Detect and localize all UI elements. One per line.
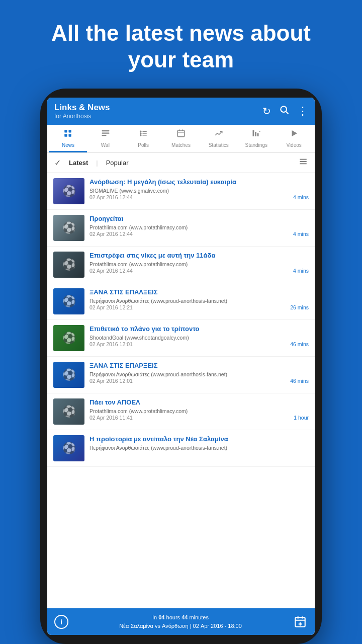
svg-point-9 (140, 131, 141, 132)
phone-screen: Links & News for Anorthosis ↻ ⋮ (47, 98, 315, 635)
svg-line-1 (286, 112, 289, 114)
bottom-match-time-label: In 04 hours 44 minutes (74, 613, 287, 622)
svg-point-0 (281, 106, 287, 112)
svg-marker-23 (292, 130, 297, 136)
news-thumbnail: ⚽ (53, 325, 84, 351)
news-title: Προηγείται (89, 215, 309, 223)
news-title: Επιστρέφει στις νίκες με αυτή την 11άδα (89, 252, 309, 260)
news-date: 02 Apr 2016 12:21 (89, 304, 133, 310)
app-title-block: Links & News for Anorthosis (54, 103, 110, 120)
news-time-ago: 26 mins (290, 304, 309, 310)
news-title: ΞΑΝΑ ΣΤΙΣ ΕΠΑΛΞΕΙΣ (89, 288, 309, 297)
app-subtitle: for Anorthosis (54, 113, 110, 120)
news-title: ΞΑΝΑ ΣΤΙΣ ΕΠΑΡΞΕΙΣ (89, 362, 309, 370)
bottom-match-details: Νέα Σαλαμίνα vs Ανόρθωση | 02 Apr 2016 -… (74, 622, 287, 630)
news-time-ago: 4 mins (293, 194, 309, 200)
calendar-add-icon[interactable] (293, 614, 308, 629)
app-title: Links & News (54, 103, 110, 113)
promo-headline: All the latest news about your team (0, 0, 362, 89)
tab-polls-icon (139, 129, 148, 140)
news-date: 02 Apr 2016 12:44 (89, 231, 133, 237)
news-date: 02 Apr 2016 12:01 (89, 341, 133, 347)
phone-device: Links & News for Anorthosis ↻ ⋮ (40, 89, 322, 644)
news-meta: 02 Apr 2016 12:44 4 mins (89, 231, 309, 237)
news-content: ΞΑΝΑ ΣΤΙΣ ΕΠΑΡΞΕΙΣ Περήφανοι Ανορθωσιάτε… (89, 362, 309, 384)
news-date: 02 Apr 2016 11:41 (89, 415, 133, 421)
bottom-match-info[interactable]: In 04 hours 44 minutes Νέα Σαλαμίνα vs Α… (74, 613, 287, 630)
svg-rect-3 (69, 130, 71, 132)
news-item[interactable]: ⚽ Ανόρθωση: Η μεγάλη (ίσως τελευταία) ευ… (47, 173, 315, 210)
tab-bar: News Wall (47, 125, 315, 153)
news-content: Ανόρθωση: Η μεγάλη (ίσως τελευταία) ευκα… (89, 178, 309, 201)
news-title: Επιθετικό το πλάνο για το τρίποντο (89, 325, 309, 334)
filter-divider: | (96, 159, 98, 167)
news-content: ΞΑΝΑ ΣΤΙΣ ΕΠΑΛΞΕΙΣ Περήφανοι Ανορθωσιάτε… (89, 288, 309, 311)
svg-rect-2 (65, 130, 67, 132)
tab-statistics[interactable]: Statistics (200, 125, 237, 152)
tab-videos[interactable]: Videos (275, 125, 313, 152)
tab-wall-label: Wall (101, 142, 111, 148)
news-source: Περήφανοι Ανορθωσιάτες (www.proud-anorth… (89, 298, 309, 304)
news-source: Περήφανοι Ανορθωσιάτες (www.proud-anorth… (89, 371, 309, 377)
filter-menu-icon[interactable] (299, 157, 308, 169)
tab-wall-icon (101, 129, 110, 140)
app-toolbar: Links & News for Anorthosis ↻ ⋮ (47, 98, 315, 125)
news-item[interactable]: ⚽ Πάει τον ΑΠΟΕΛ Protathlima.com (www.pr… (47, 393, 315, 430)
news-list: ⚽ Ανόρθωση: Η μεγάλη (ίσως τελευταία) ευ… (47, 173, 315, 608)
news-item[interactable]: ⚽ ΞΑΝΑ ΣΤΙΣ ΕΠΑΡΞΕΙΣ Περήφανοι Ανορθωσιά… (47, 357, 315, 393)
news-content: Επιθετικό το πλάνο για το τρίποντο Shoot… (89, 325, 309, 348)
news-item[interactable]: ⚽ ΞΑΝΑ ΣΤΙΣ ΕΠΑΛΞΕΙΣ Περήφανοι Ανορθωσιά… (47, 283, 315, 320)
news-source: Protathlima.com (www.protathlimacy.com) (89, 261, 309, 267)
news-thumbnail: ⚽ (53, 288, 84, 314)
refresh-icon[interactable]: ↻ (262, 105, 271, 117)
news-date: 02 Apr 2016 12:44 (89, 194, 133, 200)
tab-wall[interactable]: Wall (87, 125, 125, 152)
more-icon[interactable]: ⋮ (297, 105, 308, 118)
news-date: 02 Apr 2016 12:01 (89, 378, 133, 384)
news-source: Περήφανοι Ανορθωσιάτες (www.proud-anorth… (89, 445, 309, 451)
filter-latest-button[interactable]: Latest (66, 158, 91, 168)
tab-standings-label: Standings (245, 142, 267, 148)
tab-polls-label: Polls (138, 142, 149, 148)
tab-matches-icon (176, 129, 186, 140)
news-meta: 02 Apr 2016 11:41 1 hour (89, 415, 309, 421)
tab-statistics-label: Statistics (209, 142, 229, 148)
svg-rect-20 (255, 132, 256, 136)
news-date: 02 Apr 2016 12:44 (89, 268, 133, 274)
news-meta: 02 Apr 2016 12:44 4 mins (89, 268, 309, 274)
svg-rect-15 (177, 130, 185, 137)
news-title: Ανόρθωση: Η μεγάλη (ίσως τελευταία) ευκα… (89, 178, 309, 187)
news-thumbnail: ⚽ (53, 252, 84, 278)
filter-bar: ✓ Latest | Popular (47, 153, 315, 173)
news-content: Η προϊστορία με αντίπαλο την Νέα Σαλαμίν… (89, 435, 309, 452)
news-time-ago: 46 mins (290, 378, 309, 384)
search-icon[interactable] (279, 105, 289, 117)
news-thumbnail: ⚽ (53, 435, 84, 461)
filter-popular-button[interactable]: Popular (103, 158, 132, 168)
tab-videos-label: Videos (286, 142, 301, 148)
news-time-ago: 4 mins (293, 268, 309, 274)
news-time-ago: 4 mins (293, 231, 309, 237)
tab-matches[interactable]: Matches (162, 125, 200, 152)
news-item[interactable]: ⚽ Επιθετικό το πλάνο για το τρίποντο Sho… (47, 320, 315, 357)
tab-news-icon (63, 129, 72, 140)
news-item[interactable]: ⚽ Επιστρέφει στις νίκες με αυτή την 11άδ… (47, 247, 315, 283)
news-meta: 02 Apr 2016 12:01 46 mins (89, 378, 309, 384)
news-item[interactable]: ⚽ Προηγείται Protathlima.com (www.protat… (47, 210, 315, 247)
svg-point-13 (140, 134, 141, 135)
info-icon[interactable]: i (54, 615, 68, 629)
svg-rect-21 (257, 133, 258, 136)
news-time-ago: 46 mins (290, 341, 309, 347)
news-item[interactable]: ⚽ Η προϊστορία με αντίπαλο την Νέα Σαλαμ… (47, 430, 315, 467)
tab-news[interactable]: News (49, 125, 87, 152)
news-source: SIGMALIVE (www.sigmalive.com) (89, 188, 309, 194)
tab-standings[interactable]: Standings (237, 125, 275, 152)
news-source: Protathlima.com (www.protathlimacy.com) (89, 224, 309, 230)
tab-standings-icon (252, 129, 261, 140)
tab-polls[interactable]: Polls (125, 125, 162, 152)
news-title: Πάει τον ΑΠΟΕΛ (89, 398, 309, 407)
news-thumbnail: ⚽ (53, 215, 84, 241)
tab-statistics-icon (214, 129, 223, 140)
news-meta: 02 Apr 2016 12:01 46 mins (89, 341, 309, 347)
tab-videos-icon (290, 129, 299, 140)
